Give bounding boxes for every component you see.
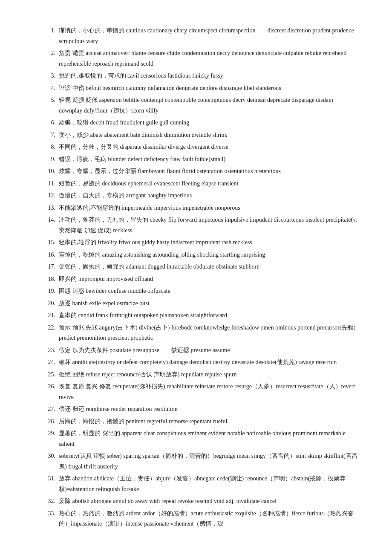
list-item: 困惑 迷惑 bewilder confuse muddle obfuscate bbox=[43, 286, 358, 297]
list-item: 假定 以为先决条件 postulate presuppose 缺证据 presu… bbox=[43, 345, 358, 356]
list-item: 诽谤 中伤 befoul besmirch calumny defamation… bbox=[43, 83, 358, 94]
item-text: 诽谤 中伤 befoul besmirch calumny defamation… bbox=[59, 83, 358, 94]
item-text: 指责 谴责 accuse animadvert blame censure ch… bbox=[59, 48, 358, 69]
list-item: 后悔的，悔恨的，抱憾的 penitent regretful remorse r… bbox=[43, 416, 358, 427]
item-text: 错误，瑕疵，毛病 blunder defect deficiency flaw … bbox=[59, 154, 358, 165]
item-text: 变小，减少 abate abatement bate diminish dimi… bbox=[59, 130, 358, 141]
item-text: 挑剔的,难取悦的，苛求的 cavil censorious fastidious… bbox=[59, 71, 358, 81]
item-text: 短暂的，易逝的 deciduous ephemeral evanescent f… bbox=[59, 179, 358, 189]
item-text: 困惑 迷惑 bewilder confuse muddle obfuscate bbox=[59, 286, 358, 297]
item-text: 预示 预兆 先兆 augury(占卜术) divine(占卜) forebode… bbox=[59, 323, 358, 344]
item-text: sobriety(认真 审慎 sober) sparing spartan（简朴… bbox=[59, 451, 358, 472]
list-item: 不能渗透的,不能穿透的 impermeable impervious impen… bbox=[43, 203, 358, 214]
list-item: 轻视 贬损 贬低 aspersion belittle contempt con… bbox=[43, 95, 358, 116]
list-item: 偿还 归还 reimburse render reparation restit… bbox=[43, 404, 358, 415]
list-item: 冲动的，鲁莽的，无礼的，冒失的 cheeky flip forward impe… bbox=[43, 215, 358, 236]
item-text: 欺骗，狡猾 deceit fraud fraudulent guile gull… bbox=[59, 118, 358, 128]
item-text: 后悔的，悔恨的，抱憾的 penitent regretful remorse r… bbox=[59, 416, 358, 427]
item-text: 热心的，热烈的，激烈的 ardent ardor（好的感情）acute enth… bbox=[59, 509, 358, 529]
item-text: 废除 abolish abrogate annul do away with r… bbox=[59, 496, 358, 507]
list-item: 放弃 abandon abdicate（王位，责任）abjure（发誓）abne… bbox=[43, 474, 358, 494]
item-text: 震惊的，吃惊的 amazing astonishing astounding j… bbox=[59, 250, 358, 260]
item-text: 冲动的，鲁莽的，无礼的，冒失的 cheeky flip forward impe… bbox=[59, 215, 358, 236]
item-text: 假定 以为先决条件 postulate presuppose 缺证据 presu… bbox=[59, 345, 358, 356]
item-text: 放弃 abandon abdicate（王位，责任）abjure（发誓）abne… bbox=[59, 474, 358, 494]
list-item: 倔强的，固执的，顽强的 adamant dogged intractable o… bbox=[43, 262, 358, 272]
list-item: 炫耀，夸耀，显示，过分华丽 flamboyant flaunt florid o… bbox=[43, 166, 358, 177]
list-item: 破坏 annihilate(destroy or defeat complete… bbox=[43, 357, 358, 368]
item-text: 放逐 banish exile expel ostracize oust bbox=[59, 298, 358, 309]
list-item: 轻率的,轻浮的 frivolity frivolous giddy hasty … bbox=[43, 237, 358, 248]
item-text: 轻视 贬损 贬低 aspersion belittle contempt con… bbox=[59, 95, 358, 116]
list-item: 指责 谴责 accuse animadvert blame censure ch… bbox=[43, 48, 358, 69]
list-item: 挑剔的,难取悦的，苛求的 cavil censorious fastidious… bbox=[43, 71, 358, 81]
item-text: 不能渗透的,不能穿透的 impermeable impervious impen… bbox=[59, 203, 358, 214]
list-item: 欺骗，狡猾 deceit fraud fraudulent guile gull… bbox=[43, 118, 358, 128]
item-text: 不同的，分歧，分叉的 disparate dissimilar diverge … bbox=[59, 142, 358, 153]
item-text: 拒绝 回绝 refuse reject renounce(否认 声明放弃) re… bbox=[59, 370, 358, 380]
list-item: 错误，瑕疵，毛病 blunder defect deficiency flaw … bbox=[43, 154, 358, 165]
item-text: 恢复 复原 复兴 修复 recuperate(弥补损失) rehabilitat… bbox=[59, 382, 358, 402]
item-text: 轻率的,轻浮的 frivolity frivolous giddy hasty … bbox=[59, 237, 358, 248]
list-item: 直率的 candid frank forthright outspoken pl… bbox=[43, 310, 358, 321]
item-text: 谨慎的，小心的，审慎的 cautious cautionary chary ci… bbox=[59, 26, 358, 46]
list-item: 变小，减少 abate abatement bate diminish dimi… bbox=[43, 130, 358, 141]
list-item: 热心的，热烈的，激烈的 ardent ardor（好的感情）acute enth… bbox=[43, 509, 358, 529]
list-item: 显著的，明显的 突出的 apparent clear conspicuous e… bbox=[43, 428, 358, 449]
list-item: 短暂的，易逝的 deciduous ephemeral evanescent f… bbox=[43, 179, 358, 189]
item-text: 傲慢的，自大的，专横的 arrogant haughty imperious bbox=[59, 191, 358, 201]
item-text: 即兴的 impromptu improvised offhand bbox=[59, 274, 358, 285]
list-item: sobriety(认真 审慎 sober) sparing spartan（简朴… bbox=[43, 451, 358, 472]
item-text: 炫耀，夸耀，显示，过分华丽 flamboyant flaunt florid o… bbox=[59, 166, 358, 177]
item-text: 偿还 归还 reimburse render reparation restit… bbox=[59, 404, 358, 415]
list-item: 拒绝 回绝 refuse reject renounce(否认 声明放弃) re… bbox=[43, 370, 358, 380]
vocabulary-list: 谨慎的，小心的，审慎的 cautious cautionary chary ci… bbox=[43, 26, 358, 529]
list-item: 不同的，分歧，分叉的 disparate dissimilar diverge … bbox=[43, 142, 358, 153]
item-text: 倔强的，固执的，顽强的 adamant dogged intractable o… bbox=[59, 262, 358, 272]
list-item: 放逐 banish exile expel ostracize oust bbox=[43, 298, 358, 309]
item-text: 直率的 candid frank forthright outspoken pl… bbox=[59, 310, 358, 321]
list-item: 谨慎的，小心的，审慎的 cautious cautionary chary ci… bbox=[43, 26, 358, 46]
list-item: 恢复 复原 复兴 修复 recuperate(弥补损失) rehabilitat… bbox=[43, 382, 358, 402]
list-item: 预示 预兆 先兆 augury(占卜术) divine(占卜) forebode… bbox=[43, 323, 358, 344]
item-text: 破坏 annihilate(destroy or defeat complete… bbox=[59, 357, 358, 368]
list-item: 傲慢的，自大的，专横的 arrogant haughty imperious bbox=[43, 191, 358, 201]
list-item: 废除 abolish abrogate annul do away with r… bbox=[43, 496, 358, 507]
item-text: 显著的，明显的 突出的 apparent clear conspicuous e… bbox=[59, 428, 358, 449]
list-item: 震惊的，吃惊的 amazing astonishing astounding j… bbox=[43, 250, 358, 260]
list-item: 即兴的 impromptu improvised offhand bbox=[43, 274, 358, 285]
